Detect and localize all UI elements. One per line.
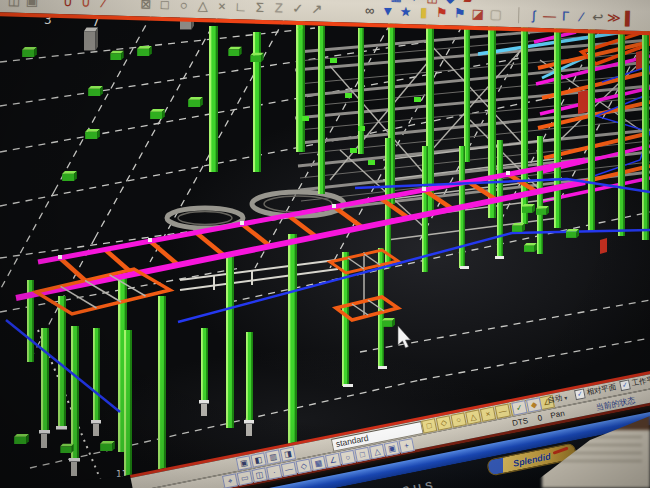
- checkbox-label: 工作平面: [631, 373, 650, 389]
- svg-text:11: 11: [116, 469, 127, 479]
- star-snap-icon[interactable]: ★: [398, 4, 413, 20]
- select-grid-icon[interactable]: ▦: [310, 456, 326, 471]
- move-icon[interactable]: ▣: [24, 0, 39, 9]
- red-pin-icon[interactable]: ⚑: [434, 5, 449, 21]
- toolbar-group-weld: ∪∪∕: [60, 0, 114, 12]
- arrow-tool-icon[interactable]: ↗: [309, 1, 324, 17]
- diamond-tool-icon[interactable]: ◆: [442, 0, 457, 8]
- grid-table-icon[interactable]: ▦: [388, 0, 403, 6]
- monitor-photo: 3 7 11 5 ◫▣ ∪∪∕ ⊠□○△×∟ΣZ✓↗ ∞▼★▮⚑⚑◪▢: [0, 0, 650, 488]
- corner-tool-icon[interactable]: ∟: [233, 0, 248, 15]
- asus-logo: ASUS: [389, 478, 437, 488]
- select-all-icon[interactable]: ⌖: [222, 473, 238, 488]
- dash-tool-icon[interactable]: —: [543, 8, 556, 24]
- select-bolt-icon[interactable]: ○: [340, 450, 356, 465]
- status-dts: DTS: [511, 416, 528, 428]
- status-count: 0: [537, 413, 543, 423]
- badge-red-swoosh: [553, 447, 569, 455]
- curve-tool-icon[interactable]: ʃ: [527, 8, 540, 24]
- select-part-icon[interactable]: ▭: [237, 470, 253, 485]
- bend-tool-icon[interactable]: Γ: [559, 9, 572, 25]
- delete-tool-icon[interactable]: ×: [214, 0, 229, 15]
- select-plus-icon[interactable]: +: [398, 438, 414, 453]
- circle-tool-icon[interactable]: ○: [176, 0, 191, 14]
- check-icon[interactable]: ✓: [290, 1, 305, 17]
- fastforward-icon[interactable]: ≫: [607, 10, 620, 26]
- note-icon[interactable]: ▮: [416, 4, 431, 20]
- select-assembly-icon[interactable]: △: [369, 444, 385, 459]
- part-cut-icon[interactable]: □: [157, 0, 172, 13]
- slope-tool-icon[interactable]: ∕: [575, 9, 588, 25]
- select-view-icon[interactable]: □: [354, 447, 370, 462]
- z-section-icon[interactable]: Z: [271, 0, 286, 16]
- auto-dropdown[interactable]: 自动 ▾: [547, 392, 569, 406]
- weld-polygon-icon[interactable]: ∪: [78, 0, 93, 11]
- select-component-icon[interactable]: ◫: [251, 467, 267, 482]
- checkbox-check-icon: ✓: [619, 379, 631, 391]
- select-plane-icon[interactable]: ◇: [296, 459, 312, 474]
- checkbox-check-icon: ✓: [574, 388, 586, 400]
- filter-cone-icon[interactable]: ▼: [380, 3, 395, 19]
- triangle-tool-icon[interactable]: △: [195, 0, 210, 14]
- splendid-badge-text: Splendid: [512, 451, 551, 468]
- red-tool-icon[interactable]: ▰: [460, 0, 475, 8]
- toolbar-group-bend: ʃ—Γ∕↩≫▌: [518, 7, 639, 27]
- weld-icon[interactable]: ∪: [60, 0, 75, 10]
- dropdown-icon[interactable]: ▾: [406, 0, 421, 7]
- panel-split-icon[interactable]: ◫: [424, 0, 439, 7]
- chevron-down-icon: ▾: [564, 393, 568, 400]
- select-weld-icon[interactable]: ∠: [325, 453, 341, 468]
- copy-icon[interactable]: ◫: [6, 0, 21, 9]
- select-point-icon[interactable]: ∙: [266, 464, 282, 479]
- red-box-icon[interactable]: ◪: [470, 6, 485, 22]
- status-pan: Pan: [550, 409, 566, 421]
- cut-line-icon[interactable]: ∕: [96, 0, 111, 11]
- blue-pin-icon[interactable]: ⚑: [452, 5, 467, 21]
- bar-tool-icon[interactable]: ▌: [623, 10, 636, 26]
- ghost-box-icon[interactable]: ▢: [488, 6, 503, 22]
- select-object-icon[interactable]: ▣: [384, 441, 400, 456]
- select-line-icon[interactable]: —: [281, 461, 297, 476]
- auto-dropdown-label: 自动: [547, 393, 564, 406]
- return-tool-icon[interactable]: ↩: [591, 9, 604, 25]
- toolbar-group-detail: ⊠□○△×∟ΣZ✓↗: [138, 0, 328, 18]
- binoculars-icon[interactable]: ∞: [362, 3, 377, 19]
- toolbar-group-edit: ◫▣: [6, 0, 42, 9]
- sum-icon[interactable]: Σ: [252, 0, 267, 16]
- fitting-icon[interactable]: ⊠: [138, 0, 153, 13]
